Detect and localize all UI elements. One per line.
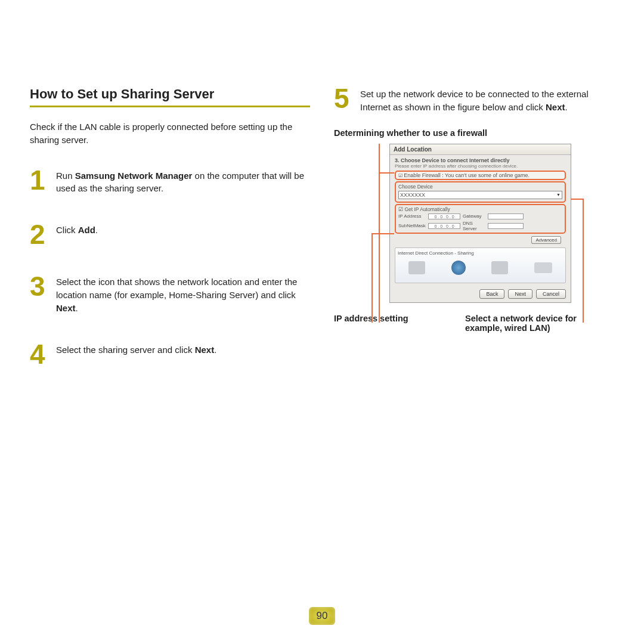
ip-settings-box: ☑ Get IP Automatically IP Address 0 . 0 … xyxy=(395,204,566,234)
get-ip-checkbox[interactable]: ☑ Get IP Automatically xyxy=(398,206,562,212)
laptop-icon xyxy=(534,262,552,273)
step-text-post: . xyxy=(565,102,568,112)
dns-field[interactable] xyxy=(488,223,524,229)
step-body: Run Samsung Network Manager on the compu… xyxy=(56,168,310,196)
intro-text: Check if the LAN cable is properly conne… xyxy=(30,120,310,147)
subnet-label: SubNetMask xyxy=(398,223,426,228)
callout-line xyxy=(379,172,394,174)
firewall-checkbox-box[interactable]: ☑ Enable Firewall : You can't use some o… xyxy=(395,171,566,180)
step-body: Select the sharing server and click Next… xyxy=(56,342,216,357)
choose-device-select[interactable]: XXXXXXX ▼ xyxy=(398,191,562,199)
advanced-button[interactable]: Advanced xyxy=(531,236,561,244)
callout-line xyxy=(371,233,373,323)
step-text-pre: Run xyxy=(56,171,75,181)
step-text-bold: Next xyxy=(56,303,76,313)
step-text-bold: Next xyxy=(195,345,215,355)
firewall-label: Enable Firewall : You can't use some of … xyxy=(404,172,530,178)
step-number: 1 xyxy=(30,168,56,193)
subnet-field[interactable]: 0 . 0 . 0 . 0 xyxy=(428,223,460,229)
step-body: Set up the network device to be connecte… xyxy=(360,86,614,114)
step-body: Click Add. xyxy=(56,222,98,237)
step-text-bold: Next xyxy=(546,102,565,112)
next-button[interactable]: Next xyxy=(508,289,532,299)
chevron-down-icon: ▼ xyxy=(556,193,561,197)
step-body: Select the icon that shows the network l… xyxy=(56,274,310,314)
step-3: 3 Select the icon that shows the network… xyxy=(30,274,310,314)
step-text-post: . xyxy=(76,303,78,313)
step-text-post: . xyxy=(214,345,216,355)
ip-address-field[interactable]: 0 . 0 . 0 . 0 xyxy=(428,213,460,219)
gateway-label: Gateway xyxy=(463,213,485,219)
step-text-pre: Select the icon that shows the network l… xyxy=(56,277,297,300)
step-number: 5 xyxy=(334,86,360,111)
step-text-pre: Click xyxy=(56,225,78,235)
step-1: 1 Run Samsung Network Manager on the com… xyxy=(30,168,310,196)
dialog-figure: Add Location 3. Choose Device to connect… xyxy=(361,144,587,303)
back-button[interactable]: Back xyxy=(479,289,504,299)
callout-line xyxy=(371,233,394,234)
step-number: 3 xyxy=(30,274,56,299)
step-5: 5 Set up the network device to be connec… xyxy=(334,86,614,114)
choose-device-value: XXXXXXX xyxy=(400,192,425,198)
ip-address-label: IP Address xyxy=(398,213,426,219)
callout-ip-setting: IP address setting xyxy=(334,314,465,333)
page-number: 90 xyxy=(309,607,335,625)
step-number: 4 xyxy=(30,342,56,367)
choose-device-box: Choose Device XXXXXXX ▼ xyxy=(395,181,566,203)
connection-diagram: Internet Direct Connection - Sharing xyxy=(395,247,566,283)
get-ip-label: Get IP Automatically xyxy=(404,206,450,212)
dialog-title: Add Location xyxy=(390,144,571,155)
add-location-dialog: Add Location 3. Choose Device to connect… xyxy=(389,144,571,303)
section-title: How to Set up Sharing Server xyxy=(30,86,310,107)
globe-icon xyxy=(451,261,466,275)
step-number: 2 xyxy=(30,222,56,247)
gateway-field[interactable] xyxy=(488,213,524,219)
step-2: 2 Click Add. xyxy=(30,222,310,247)
callout-line xyxy=(583,199,584,323)
choose-device-label: Choose Device xyxy=(398,184,562,190)
step-text-bold: Samsung Network Manager xyxy=(75,171,193,181)
callout-network-device: Select a network device for example, wir… xyxy=(465,314,590,333)
dns-label: DNS Server xyxy=(463,221,485,231)
cancel-button[interactable]: Cancel xyxy=(536,289,566,299)
panel-title: Internet Direct Connection - Sharing xyxy=(395,249,565,257)
callout-firewall: Determining whether to use a firewall xyxy=(334,128,614,138)
step-text-pre: Select the sharing server and click xyxy=(56,345,195,355)
step-text-post: . xyxy=(95,225,98,235)
dialog-instruction-small: Please enter IP address after choosing c… xyxy=(395,163,566,169)
server-icon xyxy=(408,261,425,274)
callout-line xyxy=(571,199,584,200)
server-icon xyxy=(491,261,508,274)
step-text-bold: Add xyxy=(78,225,95,235)
dialog-instruction: 3. Choose Device to connect Internet dir… xyxy=(395,157,566,163)
step-4: 4 Select the sharing server and click Ne… xyxy=(30,342,310,367)
